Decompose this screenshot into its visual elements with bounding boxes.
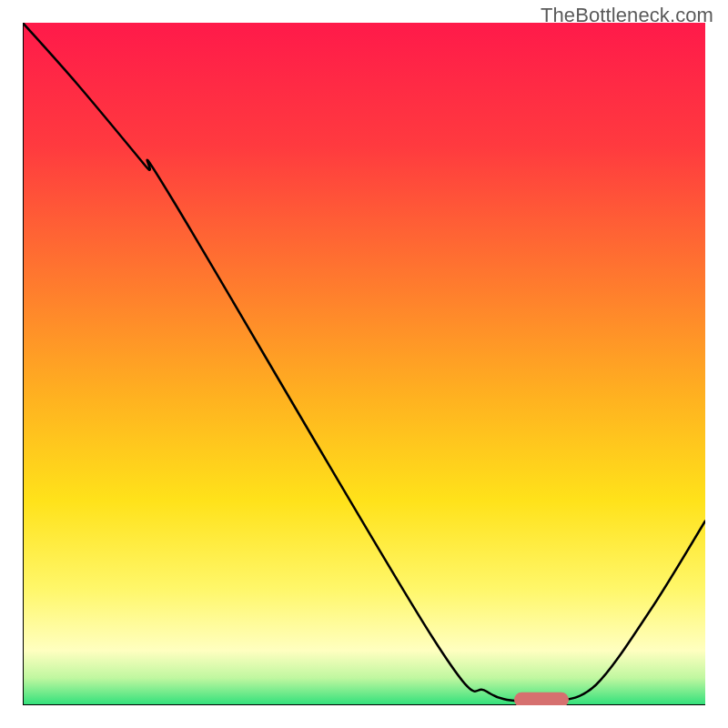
plot-area xyxy=(23,23,705,705)
watermark-text: TheBottleneck.com xyxy=(541,4,713,27)
chart-svg xyxy=(23,23,705,705)
chart-container: TheBottleneck.com xyxy=(0,0,728,728)
optimal-zone-marker xyxy=(514,693,569,705)
gradient-background xyxy=(23,23,705,705)
